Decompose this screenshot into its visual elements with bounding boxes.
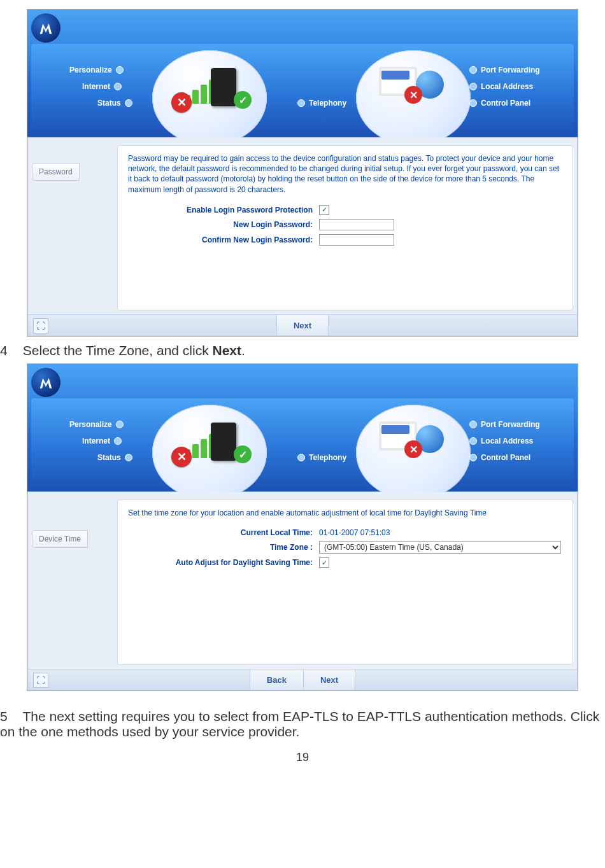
page-number: 19: [0, 751, 605, 764]
status-bubble-left: ✕ ✓: [152, 405, 267, 500]
dot-icon: [297, 99, 305, 107]
panel-footer: ⛶ Back Next: [28, 669, 577, 690]
dot-icon: [114, 437, 122, 445]
dot-icon: [469, 83, 477, 90]
dot-icon: [469, 66, 477, 74]
dot-icon: [469, 421, 477, 428]
info-text: Password may be required to gain access …: [128, 153, 562, 195]
panel-content: Set the time zone for your location and …: [117, 500, 573, 665]
status-bubble-right: ✕: [356, 405, 471, 500]
dot-icon: [116, 421, 124, 428]
error-x-icon: ✕: [404, 440, 422, 458]
nav-port-forwarding[interactable]: Port Forwarding: [469, 420, 540, 429]
step-4-text: 4 Select the Time Zone, and click Next.: [0, 343, 605, 358]
screenshot-password: ✕ ✓ ✕ Personalize Internet Status Teleph…: [27, 9, 578, 337]
label-new-password: New Login Password:: [128, 220, 313, 229]
nav-local-address[interactable]: Local Address: [469, 82, 533, 91]
error-x-icon: ✕: [404, 86, 422, 104]
nav-port-forwarding[interactable]: Port Forwarding: [469, 66, 540, 74]
error-x-icon: ✕: [171, 447, 192, 467]
next-button[interactable]: Next: [303, 669, 355, 690]
nav-status[interactable]: Status: [97, 99, 132, 108]
error-x-icon: ✕: [171, 92, 192, 113]
info-text: Set the time zone for your location and …: [128, 508, 562, 518]
status-bubble-left: ✕ ✓: [152, 50, 267, 146]
dot-icon: [469, 99, 477, 107]
status-bubble-right: ✕: [356, 50, 471, 146]
value-current-time: 01-01-2007 07:51:03: [319, 528, 390, 537]
side-tab-device-time[interactable]: Device Time: [32, 530, 88, 548]
motorola-logo-icon: [31, 13, 60, 43]
checkbox-enable-protection[interactable]: ✓: [319, 205, 329, 215]
nav-internet[interactable]: Internet: [82, 82, 122, 91]
nav-telephony[interactable]: Telephony: [297, 99, 346, 108]
check-ok-icon: ✓: [234, 91, 252, 109]
checkbox-dst[interactable]: ✓: [319, 557, 329, 568]
label-enable-protection: Enable Login Password Protection: [128, 206, 313, 214]
back-button[interactable]: Back: [250, 669, 303, 690]
nav-personalize[interactable]: Personalize: [69, 420, 124, 429]
label-dst: Auto Adjust for Daylight Saving Time:: [128, 558, 313, 567]
input-confirm-password[interactable]: [319, 234, 394, 246]
screenshot-device-time: ✕ ✓ ✕ Personalize Internet Status Teleph…: [27, 363, 578, 691]
device-box-icon: [211, 68, 236, 106]
nav-local-address[interactable]: Local Address: [469, 437, 533, 445]
dot-icon: [125, 99, 132, 107]
step-5-text: 5 The next setting requires you to selec…: [0, 709, 605, 739]
nav-control-panel[interactable]: Control Panel: [469, 99, 530, 108]
check-ok-icon: ✓: [234, 445, 252, 463]
dot-icon: [297, 454, 305, 461]
next-button[interactable]: Next: [276, 315, 329, 335]
dot-icon: [116, 66, 124, 74]
panel-footer: ⛶ Next: [28, 314, 577, 335]
dot-icon: [114, 83, 122, 90]
dot-icon: [469, 454, 477, 461]
fullscreen-icon[interactable]: ⛶: [33, 318, 48, 333]
panel-content: Password may be required to gain access …: [117, 145, 573, 311]
nav-personalize[interactable]: Personalize: [69, 66, 124, 74]
side-tab-password[interactable]: Password: [32, 163, 80, 181]
fullscreen-icon[interactable]: ⛶: [33, 673, 48, 688]
motorola-logo-icon: [31, 368, 60, 397]
dot-icon: [125, 454, 132, 461]
label-time-zone: Time Zone :: [128, 543, 313, 552]
dot-icon: [469, 437, 477, 445]
nav-telephony[interactable]: Telephony: [297, 453, 346, 462]
label-current-time: Current Local Time:: [128, 528, 313, 537]
select-time-zone[interactable]: (GMT-05:00) Eastern Time (US, Canada): [319, 541, 561, 554]
nav-status[interactable]: Status: [97, 453, 132, 462]
nav-control-panel[interactable]: Control Panel: [469, 453, 530, 462]
label-confirm-password: Confirm New Login Password:: [128, 235, 313, 244]
device-box-icon: [211, 423, 236, 461]
nav-internet[interactable]: Internet: [82, 437, 122, 445]
header-nav: ✕ ✓ ✕ Personalize Internet Status Teleph…: [31, 398, 574, 491]
input-new-password[interactable]: [319, 219, 394, 230]
header-nav: ✕ ✓ ✕ Personalize Internet Status Teleph…: [31, 44, 574, 137]
